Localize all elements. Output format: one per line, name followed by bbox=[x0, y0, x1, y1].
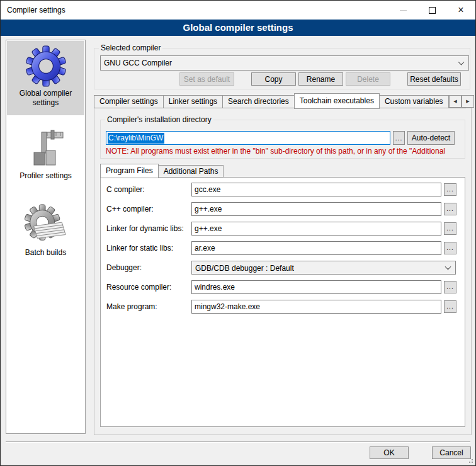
sidebar-item-label: Global compiler settings bbox=[7, 89, 84, 108]
cancel-button[interactable]: Cancel bbox=[432, 446, 471, 459]
selected-compiler-legend: Selected compiler bbox=[99, 43, 162, 52]
tab-custom-variables[interactable]: Custom variables bbox=[379, 95, 449, 108]
window-title: Compiler settings bbox=[7, 1, 65, 20]
autodetect-button[interactable]: Auto-detect bbox=[407, 131, 455, 145]
linker-static-browse-button[interactable]: ... bbox=[444, 242, 456, 254]
selected-compiler-combobox[interactable]: GNU GCC Compiler bbox=[100, 55, 469, 71]
install-dir-legend: Compiler's installation directory bbox=[105, 115, 213, 124]
debugger-value: GDB/CDB debugger : Default bbox=[195, 264, 294, 273]
linker-dynamic-label: Linker for dynamic libs: bbox=[106, 222, 184, 236]
reset-defaults-button[interactable]: Reset defaults bbox=[407, 72, 461, 86]
maximize-button[interactable] bbox=[417, 1, 446, 20]
linker-dynamic-row: Linker for dynamic libs: ... bbox=[100, 222, 465, 237]
resource-compiler-input[interactable] bbox=[191, 280, 441, 294]
blue-gear-icon bbox=[25, 45, 67, 87]
linker-static-label: Linker for static libs: bbox=[106, 241, 173, 255]
toolchain-subtabs: Program Files Additional Paths bbox=[100, 163, 223, 178]
resource-compiler-label: Resource compiler: bbox=[106, 280, 171, 294]
banner-title: Global compiler settings bbox=[183, 22, 293, 33]
settings-category-list: Global compiler settings Profiler settin… bbox=[6, 40, 86, 434]
chevron-down-icon bbox=[458, 59, 465, 65]
title-bar: Compiler settings × bbox=[1, 1, 475, 20]
resize-grip[interactable] bbox=[468, 458, 473, 463]
install-dir-note: NOTE: All programs must exist either in … bbox=[106, 147, 462, 156]
sidebar-item-label: Batch builds bbox=[7, 248, 84, 258]
subtab-program-files[interactable]: Program Files bbox=[100, 164, 159, 178]
cpp-compiler-browse-button[interactable]: ... bbox=[444, 203, 456, 215]
maximize-icon bbox=[429, 7, 436, 14]
tab-linker-settings[interactable]: Linker settings bbox=[163, 95, 223, 108]
resource-compiler-browse-button[interactable]: ... bbox=[444, 281, 456, 293]
linker-dynamic-browse-button[interactable]: ... bbox=[444, 222, 456, 235]
cpp-compiler-row: C++ compiler: ... bbox=[100, 202, 465, 217]
install-dir-input[interactable]: C:\raylib\MinGW bbox=[106, 131, 390, 145]
c-compiler-input[interactable] bbox=[191, 183, 441, 196]
linker-static-row: Linker for static libs: ... bbox=[100, 241, 465, 256]
ok-button[interactable]: OK bbox=[370, 446, 409, 459]
footer-divider bbox=[6, 441, 470, 442]
install-dir-group: Compiler's installation directory C:\ray… bbox=[100, 120, 465, 159]
make-program-input[interactable] bbox=[191, 300, 441, 314]
window-controls: × bbox=[388, 1, 475, 20]
c-compiler-browse-button[interactable]: ... bbox=[444, 183, 456, 196]
selected-compiler-group: Selected compiler GNU GCC Compiler Set a… bbox=[94, 48, 470, 89]
tab-compiler-settings[interactable]: Compiler settings bbox=[94, 95, 164, 108]
cpp-compiler-label: C++ compiler: bbox=[106, 202, 154, 216]
close-button[interactable]: × bbox=[446, 1, 475, 20]
minimize-icon bbox=[400, 10, 407, 11]
tab-search-directories[interactable]: Search directories bbox=[222, 95, 295, 108]
compiler-settings-window: Compiler settings × Global compiler sett… bbox=[0, 0, 476, 466]
delete-button: Delete bbox=[346, 72, 390, 86]
sidebar-item-profiler-settings[interactable]: Profiler settings bbox=[7, 125, 84, 185]
caliper-icon bbox=[26, 129, 66, 169]
gray-gear-papers-icon bbox=[24, 203, 68, 246]
c-compiler-row: C compiler: ... bbox=[100, 183, 465, 198]
chevron-down-icon bbox=[445, 264, 451, 270]
minimize-button bbox=[388, 1, 417, 20]
linker-static-input[interactable] bbox=[191, 241, 441, 255]
main-tabs: Compiler settings Linker settings Search… bbox=[94, 93, 465, 108]
tab-scroll-right-button[interactable]: ▶ bbox=[462, 95, 474, 108]
cpp-compiler-input[interactable] bbox=[191, 202, 441, 216]
subtab-additional-paths[interactable]: Additional Paths bbox=[158, 165, 224, 178]
debugger-row: Debugger: GDB/CDB debugger : Default bbox=[100, 261, 465, 276]
selected-compiler-value: GNU GCC Compiler bbox=[104, 59, 172, 67]
make-program-browse-button[interactable]: ... bbox=[444, 300, 456, 313]
sidebar-item-label: Profiler settings bbox=[7, 171, 84, 181]
sidebar-item-batch-builds[interactable]: Batch builds bbox=[7, 199, 84, 262]
install-dir-browse-button[interactable]: ... bbox=[393, 131, 405, 145]
rename-button[interactable]: Rename bbox=[298, 72, 343, 86]
sidebar-item-global-compiler-settings[interactable]: Global compiler settings bbox=[7, 41, 84, 115]
set-as-default-button: Set as default bbox=[179, 72, 234, 86]
install-dir-selected-text: C:\raylib\MinGW bbox=[108, 133, 164, 144]
resource-compiler-row: Resource compiler: ... bbox=[100, 280, 465, 295]
close-icon: × bbox=[458, 5, 463, 15]
tab-toolchain-executables[interactable]: Toolchain executables bbox=[294, 93, 380, 109]
debugger-label: Debugger: bbox=[106, 261, 142, 275]
dialog-banner: Global compiler settings bbox=[1, 20, 475, 36]
tab-scroll-left-button[interactable]: ◀ bbox=[449, 95, 462, 108]
debugger-select[interactable]: GDB/CDB debugger : Default bbox=[191, 261, 456, 275]
c-compiler-label: C compiler: bbox=[106, 183, 145, 196]
make-program-row: Make program: ... bbox=[100, 300, 465, 315]
copy-button[interactable]: Copy bbox=[251, 72, 296, 86]
linker-dynamic-input[interactable] bbox=[191, 222, 441, 236]
make-program-label: Make program: bbox=[106, 300, 157, 314]
